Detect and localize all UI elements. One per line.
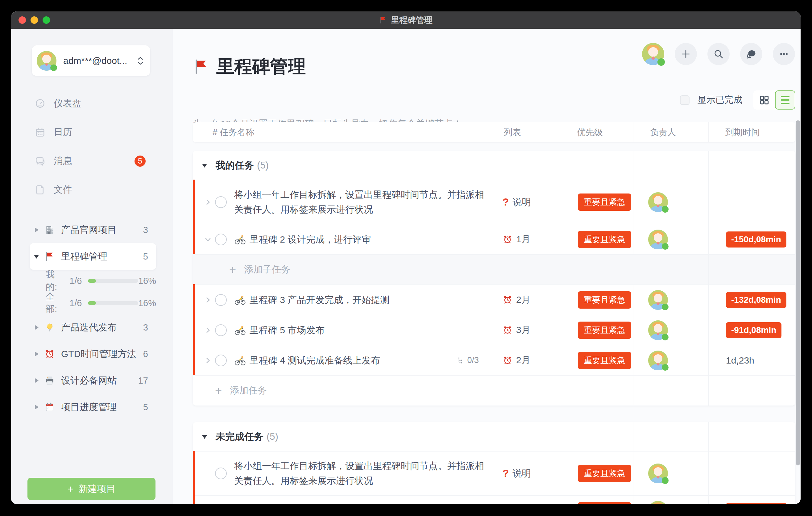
row-accent-bar [193, 314, 195, 346]
progress-label: 我的: [46, 268, 66, 293]
project-item[interactable]: 里程碑管理5 [30, 243, 156, 270]
page-title: 里程碑管理 [193, 55, 306, 79]
triangle-right-icon[interactable] [33, 227, 39, 233]
triangle-down-icon[interactable] [201, 162, 208, 169]
task-row[interactable]: 将小组一年工作目标拆解，设置出里程碑时间节点。并指派相关责任人。用标签来展示进行… [193, 180, 795, 224]
sidebar-item-label: 日历 [54, 126, 72, 139]
cyclist-icon [234, 295, 246, 305]
chat-button[interactable] [740, 43, 762, 65]
sidebar: adm***@doot... 仪表盘日历消息5文件 产品官网项目3里程碑管理5我… [11, 29, 173, 504]
add-task-row[interactable]: +添加任务 [193, 375, 795, 405]
window-title: 里程碑管理 [379, 15, 433, 26]
list-name: 说明 [513, 467, 531, 480]
project-item[interactable]: 设计必备网站17 [30, 367, 156, 394]
account-switcher[interactable]: adm***@doot... [32, 46, 150, 76]
task-complete-circle[interactable] [215, 324, 227, 336]
task-row[interactable]: 里程碑 2 设计完成，进行评审1月重要且紧急-150d,08min [193, 495, 795, 504]
priority-tag: 重要且紧急 [578, 465, 631, 482]
project-name: 产品官网项目 [61, 224, 117, 236]
task-complete-circle[interactable] [215, 467, 227, 479]
task-complete-circle[interactable] [215, 234, 227, 245]
file-icon [34, 184, 46, 195]
project-item[interactable]: 产品官网项目3 [30, 217, 156, 243]
chevron-right-icon[interactable] [204, 296, 212, 304]
list-icon [781, 96, 789, 97]
add-subtask-row[interactable]: +添加子任务 [193, 254, 795, 285]
sidebar-item-label: 消息 [54, 154, 72, 167]
sidebar-nav: 仪表盘日历消息5文件 [11, 89, 173, 204]
triangle-right-icon[interactable] [33, 404, 39, 410]
project-task-count: 5 [143, 402, 148, 412]
alarm-icon [45, 349, 55, 359]
account-name: adm***@doot... [63, 56, 127, 66]
project-progress-row: 我的:1/616% [30, 270, 156, 292]
triangle-right-icon[interactable] [33, 324, 39, 331]
project-item[interactable]: 项目进度管理5 [30, 394, 156, 420]
due-time-tag: -150d,08min [726, 503, 786, 504]
priority-tag: 重要且紧急 [578, 322, 631, 339]
task-title: 里程碑 2 设计完成，进行评审 [250, 503, 371, 504]
add-task-button[interactable] [675, 43, 697, 65]
assignee-avatar [648, 192, 668, 212]
close-window-button[interactable] [19, 16, 26, 24]
show-completed-checkbox[interactable] [680, 95, 690, 105]
page-title-text: 里程碑管理 [216, 55, 306, 79]
project-name: 产品迭代发布 [61, 321, 117, 334]
sidebar-item-dashboard[interactable]: 仪表盘 [11, 89, 173, 118]
progress-percent: 16% [138, 298, 156, 308]
group-header[interactable]: 未完成任务(5) [193, 422, 795, 451]
header-actions [642, 43, 795, 65]
list-name: 2月 [516, 293, 531, 306]
project-item[interactable]: 产品迭代发布3 [30, 314, 156, 341]
minimize-window-button[interactable] [31, 16, 38, 24]
task-complete-circle[interactable] [215, 354, 227, 366]
search-button[interactable] [707, 43, 730, 65]
chevron-right-icon[interactable] [204, 326, 212, 334]
sidebar-item-file[interactable]: 文件 [11, 175, 173, 204]
maximize-window-button[interactable] [42, 16, 50, 24]
plus-icon: + [67, 484, 74, 494]
task-row[interactable]: 里程碑 2 设计完成，进行评审1月重要且紧急-150d,08min [193, 224, 795, 254]
sidebar-item-message[interactable]: 消息5 [11, 147, 173, 175]
chevron-down-icon[interactable] [204, 235, 212, 243]
traffic-lights [19, 11, 50, 29]
chevron-right-icon[interactable] [204, 198, 212, 206]
project-item[interactable]: GTD时间管理方法6 [30, 341, 156, 367]
group-header[interactable]: 我的任务(5) [193, 151, 795, 180]
project-task-count: 5 [143, 252, 148, 262]
row-accent-bar [193, 451, 195, 496]
scrollbar[interactable] [796, 120, 800, 465]
list-view-button[interactable] [775, 90, 795, 110]
more-options-button[interactable] [773, 43, 795, 65]
triangle-right-icon[interactable] [33, 377, 39, 383]
triangle-down-icon[interactable] [201, 434, 208, 440]
new-project-button[interactable]: + 新建项目 [27, 478, 155, 500]
project-name: 设计必备网站 [61, 374, 117, 387]
group-name: 未完成任务 [216, 430, 263, 443]
show-completed-label: 显示已完成 [698, 94, 742, 106]
sidebar-item-label: 文件 [54, 183, 72, 196]
sidebar-item-calendar[interactable]: 日历 [11, 118, 173, 147]
user-avatar[interactable] [642, 43, 664, 65]
board-view-button[interactable] [753, 90, 775, 110]
window-title-text: 里程碑管理 [391, 15, 433, 26]
task-row[interactable]: 将小组一年工作目标拆解，设置出里程碑时间节点。并指派相关责任人。用标签来展示进行… [193, 451, 795, 495]
row-accent-bar [193, 284, 195, 315]
progress-ratio: 1/6 [69, 276, 82, 286]
chevron-right-icon[interactable] [204, 356, 212, 365]
flag-icon [45, 251, 55, 262]
task-row[interactable]: 里程碑 5 市场发布3月重要且紧急-91d,08min [193, 315, 795, 345]
task-row[interactable]: 里程碑 4 测试完成准备线上发布0/32月重要且紧急1d,23h [193, 345, 795, 375]
triangle-right-icon[interactable] [33, 351, 39, 357]
plus-icon: + [229, 264, 236, 276]
app-window: 里程碑管理 adm***@doot... 仪表盘日历消息5文件 产品官网项目3里… [11, 11, 801, 504]
task-title: 里程碑 2 设计完成，进行评审 [250, 232, 371, 247]
priority-tag: 重要且紧急 [578, 291, 631, 309]
add-label: 添加任务 [230, 384, 267, 397]
task-complete-circle[interactable] [215, 294, 227, 306]
group-count: (5) [257, 160, 269, 171]
task-complete-circle[interactable] [215, 196, 227, 208]
task-row[interactable]: 里程碑 3 产品开发完成，开始提测2月重要且紧急-132d,08min [193, 285, 795, 315]
triangle-down-dark-icon[interactable] [33, 253, 39, 260]
due-time-tag: -91d,08min [726, 322, 781, 338]
